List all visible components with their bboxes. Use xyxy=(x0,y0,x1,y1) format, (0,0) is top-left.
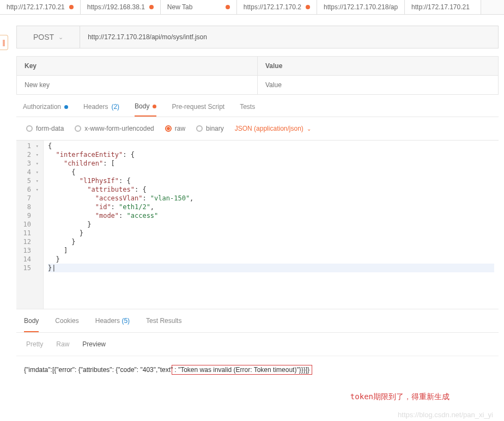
code-line: "l1PhysIf": { xyxy=(48,177,131,185)
modified-dot-icon xyxy=(69,5,74,9)
browser-tab[interactable]: New Tab xyxy=(161,0,237,14)
response-error-highlight: : "Token was invalid (Error: Token timeo… xyxy=(172,365,312,375)
code-line: ] xyxy=(48,247,68,254)
line-number: 2 xyxy=(22,150,41,159)
code-line: "attributes": { xyxy=(48,186,147,193)
tab-pre-request-script[interactable]: Pre-request Script xyxy=(172,102,224,117)
line-number: 6 xyxy=(22,185,41,194)
radio-binary[interactable]: binary xyxy=(196,125,224,132)
tab-headers[interactable]: Headers (2) xyxy=(83,102,119,117)
sidebar-toggle-handle[interactable]: ‖ xyxy=(0,35,8,50)
http-method-dropdown[interactable]: POST ⌄ xyxy=(17,26,80,48)
code-line: "mode": "access" xyxy=(48,212,158,219)
params-row xyxy=(16,76,499,95)
radio-raw[interactable]: raw xyxy=(165,125,185,132)
http-method-label: POST xyxy=(33,33,54,41)
code-line: "id": "eth1/2", xyxy=(48,203,154,211)
response-text-prefix: {"imdata":[{"error": {"attributes": {"co… xyxy=(24,366,173,374)
line-number: 1 xyxy=(22,142,41,150)
browser-tab[interactable]: https://172.17.170.2 xyxy=(237,0,317,14)
annotation-text: token期限到了，得重新生成 xyxy=(11,383,504,406)
view-tab-preview[interactable]: Preview xyxy=(82,340,106,348)
browser-tab-label: http://172.17.170.21 xyxy=(411,3,470,11)
request-section-tabs: Authorization Headers (2) Body Pre-reque… xyxy=(16,95,499,117)
line-number: 14 xyxy=(22,255,41,264)
editor-code[interactable]: { "interfaceEntity": { "children": [ { "… xyxy=(44,141,499,309)
chevron-down-icon: ⌄ xyxy=(58,34,63,41)
resp-tab-test-results[interactable]: Test Results xyxy=(146,317,181,332)
line-number: 4 xyxy=(22,168,41,176)
line-number: 13 xyxy=(22,246,41,255)
view-tab-raw[interactable]: Raw xyxy=(56,340,69,348)
browser-tab[interactable]: https://172.17.170.218/ap xyxy=(317,0,405,14)
tab-tests[interactable]: Tests xyxy=(240,102,255,117)
line-number: 12 xyxy=(22,237,41,246)
editor-gutter: 123456789101112131415 xyxy=(16,141,44,309)
code-line: } xyxy=(48,255,60,263)
browser-tab[interactable]: http://172.17.170.21 xyxy=(405,0,481,14)
params-key-header: Key xyxy=(17,57,258,75)
response-body: {"imdata":[{"error": {"attributes": {"co… xyxy=(16,356,499,383)
tab-body[interactable]: Body xyxy=(135,102,156,117)
line-number: 5 xyxy=(22,176,41,185)
params-value-header: Value xyxy=(258,57,498,75)
resp-tab-headers[interactable]: Headers (5) xyxy=(95,317,130,332)
browser-tab[interactable]: http://172.17.170.21 xyxy=(0,0,81,14)
request-url-input[interactable] xyxy=(80,26,498,48)
code-line: "interfaceEntity": { xyxy=(48,151,135,158)
browser-tab-label: http://172.17.170.21 xyxy=(7,3,65,11)
browser-tab-label: https://172.17.170.218/ap xyxy=(324,3,398,11)
body-type-selector: form-data x-www-form-urlencoded raw bina… xyxy=(16,117,499,140)
response-view-tabs: Pretty Raw Preview xyxy=(16,333,499,356)
dot-icon xyxy=(64,105,68,109)
code-line: }| xyxy=(48,264,494,272)
code-line: } xyxy=(48,221,91,228)
line-number: 11 xyxy=(22,229,41,237)
dot-icon xyxy=(153,105,156,108)
code-line: } xyxy=(48,229,83,237)
resp-tab-body[interactable]: Body xyxy=(24,317,39,332)
line-number: 15 xyxy=(22,264,41,272)
code-line: "accessVlan": "vlan-150", xyxy=(48,194,193,202)
content-type-dropdown[interactable]: JSON (application/json) ⌄ xyxy=(235,125,311,132)
browser-tab-strip: http://172.17.170.21https://192.168.38.1… xyxy=(0,0,504,15)
line-number: 3 xyxy=(22,159,41,168)
param-key-input[interactable] xyxy=(25,81,250,89)
browser-tab-label: https://172.17.170.2 xyxy=(244,3,301,11)
radio-icon xyxy=(165,125,172,132)
radio-form-data[interactable]: form-data xyxy=(26,125,64,132)
modified-dot-icon xyxy=(226,5,230,9)
radio-urlencoded[interactable]: x-www-form-urlencoded xyxy=(75,125,154,132)
main-panel: POST ⌄ Key Value Authorization Headers (… xyxy=(11,15,504,421)
browser-tab-label: New Tab xyxy=(167,3,192,11)
code-line: "children": [ xyxy=(48,160,115,167)
code-line: { xyxy=(48,142,52,150)
tab-authorization[interactable]: Authorization xyxy=(23,102,68,117)
chevron-down-icon: ⌄ xyxy=(307,126,311,132)
watermark: https://blog.csdn.net/pan_xi_yi xyxy=(11,406,504,421)
code-line: } xyxy=(48,238,76,246)
radio-icon xyxy=(26,125,33,132)
line-number: 10 xyxy=(22,220,41,229)
response-section-tabs: Body Cookies Headers (5) Test Results xyxy=(16,309,499,333)
radio-icon xyxy=(75,125,81,132)
line-number: 8 xyxy=(22,203,41,211)
params-header-row: Key Value xyxy=(16,56,499,76)
view-tab-pretty[interactable]: Pretty xyxy=(26,340,43,348)
line-number: 7 xyxy=(22,194,41,203)
param-value-input[interactable] xyxy=(265,81,490,89)
modified-dot-icon xyxy=(149,5,154,9)
line-number: 9 xyxy=(22,211,41,220)
body-editor[interactable]: 123456789101112131415 { "interfaceEntity… xyxy=(16,140,499,309)
browser-tab-label: https://192.168.38.1 xyxy=(87,3,145,11)
resp-tab-cookies[interactable]: Cookies xyxy=(55,317,78,332)
code-line: { xyxy=(48,168,76,176)
browser-tab[interactable]: https://192.168.38.1 xyxy=(81,0,161,14)
modified-dot-icon xyxy=(306,5,310,9)
radio-icon xyxy=(196,125,203,132)
request-bar: POST ⌄ xyxy=(16,26,499,48)
